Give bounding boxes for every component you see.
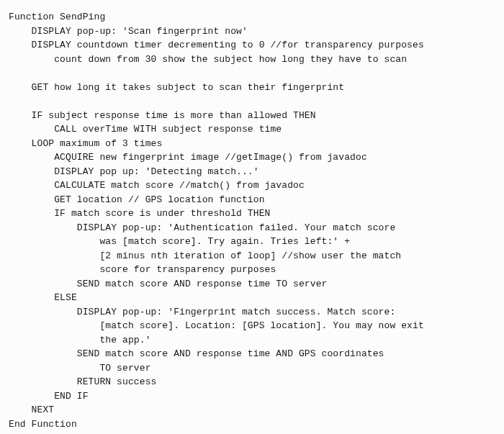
code-line: NEXT: [9, 404, 54, 415]
code-line: LOOP maximum of 3 times: [9, 138, 162, 149]
code-line: was [match score]. Try again. Tries left…: [9, 236, 350, 247]
code-line: GET location // GPS location function: [9, 194, 265, 205]
code-line: IF subject response time is more than al…: [9, 110, 316, 121]
code-line: [2 minus nth iteration of loop] //show u…: [9, 250, 401, 261]
code-line: IF match score is under threshold THEN: [9, 208, 270, 219]
code-line: DISPLAY pop up: 'Detecting match...': [9, 166, 259, 177]
code-line: SEND match score AND response time AND G…: [9, 348, 384, 359]
code-line: count down from 30 show the subject how …: [9, 54, 407, 65]
code-line: the app.': [9, 335, 151, 345]
code-line: DISPLAY countdown timer decrementing to …: [9, 40, 424, 50]
code-line: Function SendPing: [9, 12, 105, 22]
code-line: CALL overTime WITH subject response time: [9, 124, 282, 135]
code-line: GET how long it takes subject to scan th…: [9, 82, 344, 93]
code-line: SEND match score AND response time TO se…: [9, 279, 327, 289]
pseudocode-block: Function SendPing DISPLAY pop-up: 'Scan …: [0, 0, 504, 434]
code-line: End Function: [9, 419, 77, 430]
code-line: DISPLAY pop-up: 'Authentication failed. …: [9, 222, 395, 233]
code-line: TO server: [9, 363, 151, 374]
code-line: END IF: [9, 391, 89, 402]
code-line: ELSE: [9, 292, 77, 303]
code-line: [match score]. Location: [GPS location].…: [9, 320, 424, 331]
code-line: DISPLAY pop-up: 'Scan fingerprint now': [9, 26, 248, 37]
code-line: RETURN success: [9, 376, 156, 387]
code-line: ACQUIRE new fingerprint image //getImage…: [9, 152, 367, 163]
code-line: score for transparency purposes: [9, 264, 276, 275]
code-line: DISPLAY pop-up: 'Fingerprint match succe…: [9, 307, 395, 317]
code-line: CALCULATE match score //match() from jav…: [9, 180, 305, 191]
